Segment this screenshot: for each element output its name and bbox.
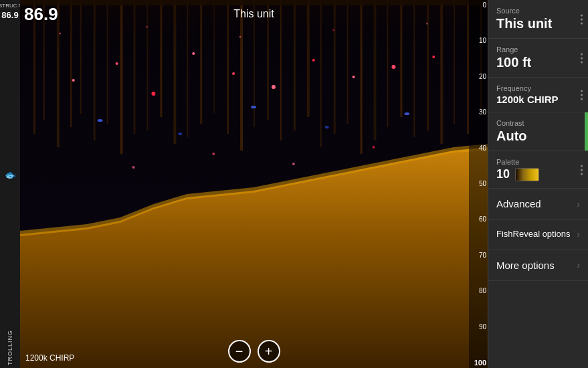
depth-value: 86.9 — [24, 4, 58, 24]
palette-label: Palette — [496, 158, 580, 166]
sonar-area: 86.9 This unit 1200k CHIRP 0 10 20 30 40… — [20, 0, 488, 368]
svg-point-56 — [212, 153, 215, 155]
more-options-chevron-icon: › — [577, 260, 580, 270]
fishreveal-chevron-icon: › — [577, 229, 580, 240]
depth-reading: 86.9 — [1, 10, 18, 20]
palette-menu-icon — [581, 165, 583, 175]
depth-tick-50: 50 — [469, 180, 488, 187]
palette-row: 10 — [496, 167, 580, 181]
svg-point-44 — [232, 72, 235, 75]
palette-number: 10 — [496, 167, 510, 181]
contrast-bar — [585, 112, 588, 151]
svg-point-58 — [372, 146, 375, 149]
range-value: 100 ft — [496, 55, 580, 70]
left-strip: STRUC ft 86.9 🐟 TROLLING — [0, 0, 20, 368]
struc-header: STRUC ft — [0, 3, 21, 9]
fishreveal-label: FishReveal options — [496, 229, 571, 240]
depth-tick-40: 40 — [469, 145, 488, 152]
depth-tick-0: 0 — [469, 1, 488, 9]
range-item[interactable]: Range 100 ft — [488, 39, 588, 78]
svg-point-40 — [72, 79, 75, 82]
palette-item[interactable]: Palette 10 — [488, 151, 588, 189]
depth-tick-10: 10 — [469, 37, 488, 44]
svg-point-52 — [251, 106, 256, 108]
depth-tick-20: 20 — [469, 73, 488, 80]
source-label: Source — [496, 7, 580, 15]
fishreveal-button[interactable]: FishReveal options › — [488, 219, 588, 250]
fish-icon: 🐟 — [5, 169, 16, 180]
struc-label: STRUC — [0, 3, 17, 9]
top-info: STRUC ft 86.9 — [0, 3, 21, 20]
svg-point-51 — [178, 132, 182, 135]
svg-point-42 — [151, 92, 155, 96]
advanced-label: Advanced — [496, 198, 541, 209]
svg-point-50 — [98, 119, 103, 122]
range-label: Range — [496, 45, 580, 54]
depth-tick-70: 70 — [469, 252, 488, 259]
frequency-item[interactable]: Frequency 1200k CHIRP — [488, 78, 588, 112]
contrast-label: Contrast — [496, 119, 580, 127]
contrast-item[interactable]: Contrast Auto — [488, 112, 588, 151]
svg-point-53 — [325, 126, 329, 128]
svg-point-48 — [391, 65, 395, 69]
svg-point-45 — [272, 85, 276, 89]
frequency-menu-icon — [581, 90, 583, 100]
source-item[interactable]: Source This unit — [488, 0, 588, 39]
depth-scale: 0 10 20 30 40 50 60 70 80 90 100 — [469, 0, 488, 368]
svg-point-49 — [432, 56, 435, 58]
zoom-in-button[interactable]: + — [258, 340, 280, 363]
zoom-out-button[interactable]: − — [228, 340, 251, 363]
source-value: This unit — [496, 16, 580, 31]
more-options-label: More options — [496, 260, 555, 271]
svg-point-55 — [132, 166, 135, 169]
svg-point-54 — [404, 112, 409, 115]
zoom-controls: − + — [228, 340, 280, 363]
source-menu-icon — [581, 14, 583, 24]
chirp-label: 1200k CHIRP — [25, 353, 74, 363]
depth-tick-80: 80 — [469, 287, 488, 294]
depth-tick-90: 90 — [469, 323, 488, 331]
svg-point-47 — [353, 76, 355, 78]
svg-point-41 — [116, 62, 118, 65]
range-menu-icon — [581, 53, 583, 63]
more-options-button[interactable]: More options › — [488, 250, 588, 281]
advanced-button[interactable]: Advanced › — [488, 189, 588, 219]
frequency-label: Frequency — [496, 84, 580, 92]
right-panel: Source This unit Range 100 ft Frequency … — [488, 0, 588, 368]
unit-title: This unit — [233, 8, 274, 20]
depth-tick-60: 60 — [469, 215, 488, 223]
trolling-label: TROLLING — [7, 330, 13, 365]
sonar-visualization — [20, 0, 488, 368]
depth-tick-100: 100 — [469, 359, 488, 367]
svg-point-57 — [292, 163, 295, 165]
depth-overlay: 86.9 — [24, 4, 58, 25]
svg-point-46 — [312, 59, 315, 62]
depth-tick-30: 30 — [469, 108, 488, 116]
contrast-value: Auto — [496, 128, 580, 144]
advanced-chevron-icon: › — [577, 199, 580, 209]
palette-thumbnail — [515, 168, 539, 181]
frequency-value: 1200k CHIRP — [496, 94, 580, 105]
